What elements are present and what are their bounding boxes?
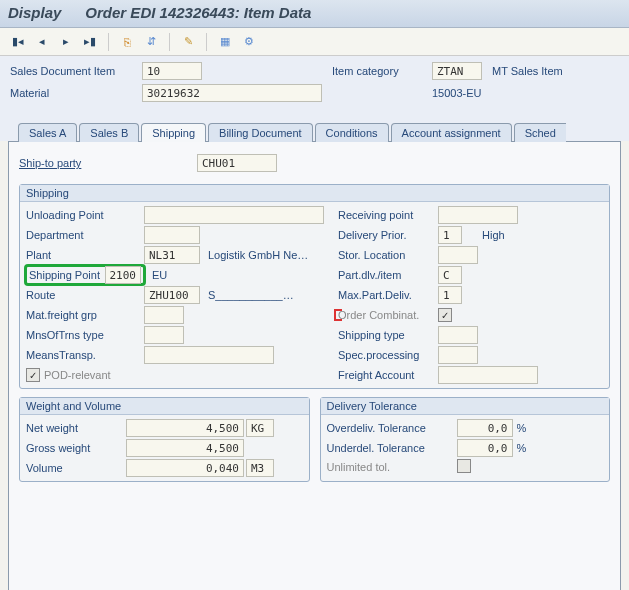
shipping-type-label: Shipping type	[338, 329, 438, 341]
overdeliv-label: Overdeliv. Tolerance	[327, 422, 457, 434]
volume-field[interactable]: 0,040	[126, 459, 244, 477]
order-combinat-checkbox: ✓	[438, 308, 452, 322]
ship-to-field[interactable]: CHU01	[197, 154, 277, 172]
shipping-point-text: EU	[144, 269, 338, 281]
freight-account-label: Freight Account	[338, 369, 438, 381]
display-header-icon[interactable]: ⎘	[117, 32, 137, 52]
part-dlv-field[interactable]: C	[438, 266, 462, 284]
overdeliv-pct: %	[517, 422, 537, 434]
receiving-point-label: Receiving point	[338, 209, 438, 221]
material-label: Material	[10, 87, 142, 99]
meanstransp-label: MeansTransp.	[26, 349, 144, 361]
delivery-prior-text: High	[482, 229, 542, 241]
shipping-type-field[interactable]	[438, 326, 478, 344]
first-icon[interactable]: ▮◂	[8, 32, 28, 52]
display-doc-flow-icon[interactable]: ⇵	[141, 32, 161, 52]
delivery-prior-label: Delivery Prior.	[338, 229, 438, 241]
overdeliv-field[interactable]: 0,0	[457, 419, 513, 437]
tab-sales-a[interactable]: Sales A	[18, 123, 77, 142]
shipping-group: Shipping Unloading Point Receiving point…	[19, 184, 610, 389]
item-category-label: Item category	[332, 65, 432, 77]
tab-conditions[interactable]: Conditions	[315, 123, 389, 142]
part-dlv-label: Part.dlv./item	[338, 269, 438, 281]
underdel-label: Underdel. Tolerance	[327, 442, 457, 454]
config-icon[interactable]: ⚙	[239, 32, 259, 52]
unloading-point-field[interactable]	[144, 206, 324, 224]
gross-weight-field[interactable]: 4,500	[126, 439, 244, 457]
stor-location-label: Stor. Location	[338, 249, 438, 261]
sales-doc-item-field: 10	[142, 62, 202, 80]
spec-processing-label: Spec.processing	[338, 349, 438, 361]
sales-doc-item-label: Sales Document Item	[10, 65, 142, 77]
ship-to-label: Ship-to party	[19, 157, 139, 169]
net-weight-unit[interactable]: KG	[246, 419, 274, 437]
stor-location-field[interactable]	[438, 246, 478, 264]
route-label: Route	[26, 289, 144, 301]
plant-field[interactable]: NL31	[144, 246, 200, 264]
delivery-prior-field[interactable]: 1	[438, 226, 462, 244]
receiving-point-field[interactable]	[438, 206, 518, 224]
mnsoftrns-field[interactable]	[144, 326, 184, 344]
weight-volume-group: Weight and Volume Net weight 4,500 KG Gr…	[19, 397, 310, 482]
item-category-field: ZTAN	[432, 62, 482, 80]
unlimited-tol-label: Unlimited tol.	[327, 461, 457, 473]
item-category-text: MT Sales Item	[492, 65, 612, 77]
max-part-deliv-label: Max.Part.Deliv.	[338, 289, 438, 301]
tab-shipping[interactable]: Shipping	[141, 123, 206, 142]
underdel-field[interactable]: 0,0	[457, 439, 513, 457]
unloading-point-label: Unloading Point	[26, 209, 144, 221]
spec-processing-field[interactable]	[438, 346, 478, 364]
department-label: Department	[26, 229, 144, 241]
order-combinat-label: Order Combinat.	[338, 309, 438, 321]
volume-label: Volume	[26, 462, 126, 474]
weight-volume-title: Weight and Volume	[20, 398, 309, 415]
mat-freight-label: Mat.freight grp	[26, 309, 144, 321]
meanstransp-field[interactable]	[144, 346, 274, 364]
plant-text: Logistik GmbH Ne…	[208, 249, 338, 261]
toolbar: ▮◂ ◂ ▸ ▸▮ ⎘ ⇵ ✎ ▦ ⚙	[0, 28, 629, 56]
last-icon[interactable]: ▸▮	[80, 32, 100, 52]
underdel-pct: %	[517, 442, 537, 454]
mnsoftrns-label: MnsOfTrns type	[26, 329, 144, 341]
shipping-point-label: Shipping Point	[29, 269, 105, 281]
mat-freight-field[interactable]	[144, 306, 184, 324]
gross-weight-label: Gross weight	[26, 442, 126, 454]
shipping-group-title: Shipping	[20, 185, 609, 202]
tab-billing[interactable]: Billing Document	[208, 123, 313, 142]
net-weight-label: Net weight	[26, 422, 126, 434]
delivery-tol-title: Delivery Tolerance	[321, 398, 610, 415]
tab-account[interactable]: Account assignment	[391, 123, 512, 142]
route-text: S___________…	[208, 289, 338, 301]
next-icon[interactable]: ▸	[56, 32, 76, 52]
app-title: Display	[8, 4, 61, 23]
change-icon[interactable]: ✎	[178, 32, 198, 52]
doc-title: Order EDI 142326443: Item Data	[85, 4, 311, 23]
plant-label: Plant	[26, 249, 144, 261]
freight-account-field[interactable]	[438, 366, 538, 384]
pod-label: POD-relevant	[44, 369, 111, 381]
tab-strip: Sales A Sales B Shipping Billing Documen…	[0, 104, 629, 141]
department-field[interactable]	[144, 226, 200, 244]
material-text: 15003-EU	[432, 87, 612, 99]
material-field: 30219632	[142, 84, 322, 102]
tab-body: Ship-to party CHU01 Shipping Unloading P…	[8, 141, 621, 590]
max-part-deliv-field[interactable]: 1	[438, 286, 462, 304]
pod-checkbox: ✓	[26, 368, 40, 382]
tab-sched[interactable]: Sched	[514, 123, 566, 142]
route-field[interactable]: ZHU100	[144, 286, 200, 304]
volume-unit[interactable]: M3	[246, 459, 274, 477]
shipping-point-field[interactable]: 2100	[105, 266, 142, 284]
tab-sales-b[interactable]: Sales B	[79, 123, 139, 142]
prev-icon[interactable]: ◂	[32, 32, 52, 52]
net-weight-field[interactable]: 4,500	[126, 419, 244, 437]
object-icon[interactable]: ▦	[215, 32, 235, 52]
unlimited-tol-checkbox	[457, 459, 471, 473]
delivery-tol-group: Delivery Tolerance Overdeliv. Tolerance …	[320, 397, 611, 482]
